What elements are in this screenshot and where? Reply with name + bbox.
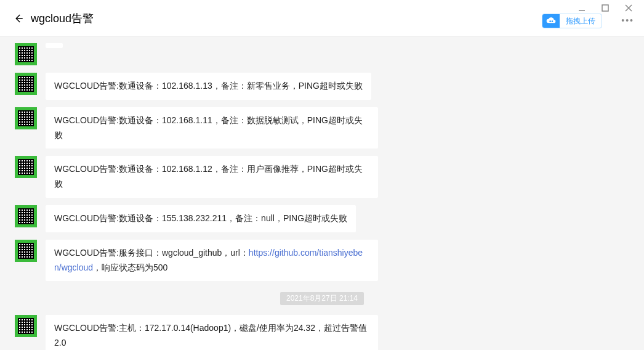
- message-row: WGCLOUD告警:数通设备：102.168.1.12，备注：用户画像推荐，PI…: [0, 152, 644, 201]
- qr-icon: [18, 243, 34, 259]
- message-bubble[interactable]: WGCLOUD告警:数通设备：155.138.232.211，备注：null，P…: [46, 205, 356, 232]
- drag-upload-label: 拖拽上传: [560, 16, 602, 26]
- svg-rect-1: [602, 5, 608, 11]
- message-row: WGCLOUD告警:数通设备：155.138.232.211，备注：null，P…: [0, 201, 644, 236]
- qr-icon: [18, 159, 34, 175]
- qr-icon: [18, 318, 34, 334]
- avatar[interactable]: [15, 315, 37, 337]
- avatar[interactable]: [15, 73, 37, 95]
- message-row: WGCLOUD告警:主机：172.17.0.14(Hadoop1)，磁盘/使用率…: [0, 311, 644, 350]
- message-text: WGCLOUD告警:服务接口：wgcloud_github，url：: [54, 248, 249, 258]
- message-row: WGCLOUD告警:服务接口：wgcloud_github，url：https:…: [0, 236, 644, 285]
- more-icon[interactable]: •••: [621, 15, 634, 25]
- titlebar: wgcloud告警 拖拽上传 •••: [0, 0, 644, 37]
- chat-area: WGCLOUD告警:数通设备：102.168.1.13，备注：新零售业务，PIN…: [0, 37, 644, 350]
- message-text: ，响应状态码为500: [93, 262, 167, 272]
- avatar[interactable]: [15, 205, 37, 227]
- cloud-icon: [542, 14, 560, 28]
- avatar[interactable]: [15, 240, 37, 262]
- svg-point-3: [552, 20, 553, 22]
- back-icon[interactable]: [12, 12, 25, 25]
- message-bubble[interactable]: WGCLOUD告警:服务接口：wgcloud_github，url：https:…: [46, 240, 378, 282]
- minimize-icon[interactable]: [578, 4, 586, 12]
- qr-icon: [18, 208, 34, 224]
- message-bubble[interactable]: WGCLOUD告警:主机：172.17.0.14(Hadoop1)，磁盘/使用率…: [46, 315, 378, 350]
- message-row: WGCLOUD告警:数通设备：102.168.1.11，备注：数据脱敏测试，PI…: [0, 104, 644, 153]
- message-row: [0, 39, 644, 69]
- avatar[interactable]: [15, 156, 37, 178]
- message-bubble[interactable]: WGCLOUD告警:数通设备：102.168.1.12，备注：用户画像推荐，PI…: [46, 156, 378, 198]
- close-icon[interactable]: [624, 4, 633, 12]
- drag-upload-button[interactable]: 拖拽上传: [542, 14, 602, 28]
- qr-icon: [18, 110, 34, 126]
- qr-icon: [18, 46, 34, 62]
- qr-icon: [18, 76, 34, 92]
- message-bubble[interactable]: [46, 43, 63, 48]
- message-row: WGCLOUD告警:数通设备：102.168.1.13，备注：新零售业务，PIN…: [0, 69, 644, 104]
- message-bubble[interactable]: WGCLOUD告警:数通设备：102.168.1.11，备注：数据脱敏测试，PI…: [46, 107, 378, 149]
- maximize-icon[interactable]: [601, 4, 610, 12]
- message-bubble[interactable]: WGCLOUD告警:数通设备：102.168.1.13，备注：新零售业务，PIN…: [46, 73, 371, 100]
- svg-point-2: [549, 20, 551, 22]
- timestamp: 2021年8月27日 21:14: [280, 292, 364, 305]
- avatar[interactable]: [15, 107, 37, 129]
- avatar[interactable]: [15, 43, 37, 65]
- timestamp-row: 2021年8月27日 21:14: [0, 285, 644, 311]
- window-controls: [578, 0, 644, 12]
- chat-title: wgcloud告警: [31, 11, 94, 26]
